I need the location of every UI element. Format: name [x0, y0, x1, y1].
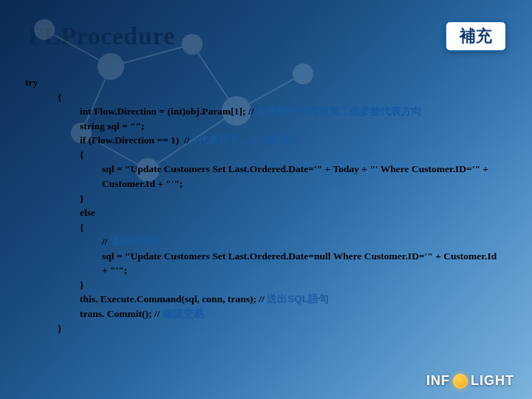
code-line: {	[25, 220, 498, 235]
code-line: int Flow.Direction = (int)obj.Param[1]; …	[25, 104, 498, 119]
code-line: {	[25, 90, 498, 105]
code-line: sql = "Update Customers Set Last.Ordered…	[25, 249, 498, 278]
code-line: // 退回時清空	[25, 234, 498, 249]
header: FLProcedure 補充	[0, 0, 532, 58]
brand-text-left: INF	[426, 373, 450, 389]
code-line: sql = "Update Customers Set Last.Ordered…	[25, 162, 498, 191]
code-line: }	[25, 278, 498, 293]
lightbulb-icon	[453, 374, 468, 389]
slide-title: FLProcedure	[28, 22, 175, 50]
code-line: else	[25, 205, 498, 220]
code-line: {	[25, 148, 498, 163]
code-line: if (Flow.Direction == 1) // 1代表往下，2 代表退回	[25, 133, 498, 148]
brand-logo: INF LIGHT	[426, 373, 514, 389]
supplement-tag: 補充	[445, 21, 507, 52]
code-line: }	[25, 191, 498, 206]
code-line: this. Execute.Command(sql, conn, trans);…	[25, 292, 498, 307]
code-line: trans. Commit(); // 確認交易	[25, 307, 498, 321]
code-line: try	[25, 75, 498, 90]
brand-text-right: LIGHT	[471, 373, 514, 389]
code-line: }	[25, 321, 498, 336]
code-block: try { int Flow.Direction = (int)obj.Para…	[25, 75, 498, 335]
code-line: string sql = "";	[25, 119, 498, 134]
